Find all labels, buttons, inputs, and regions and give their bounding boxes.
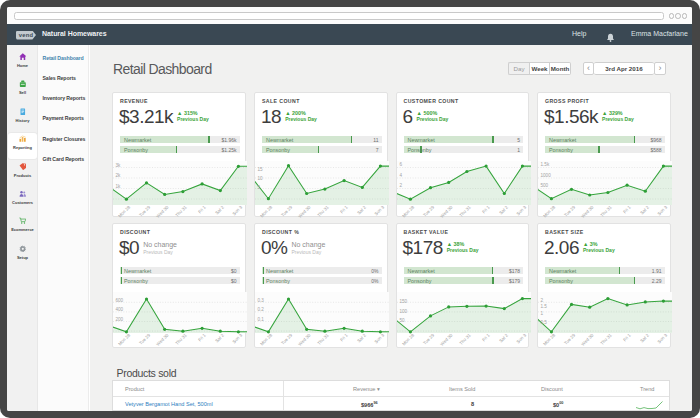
svg-text:Sat 2: Sat 2 <box>639 332 650 343</box>
svg-text:2: 2 <box>541 298 544 303</box>
svg-text:Sat 2: Sat 2 <box>498 332 509 343</box>
svg-text:1.5k: 1.5k <box>541 162 550 167</box>
svg-text:0.1: 0.1 <box>258 317 265 322</box>
svg-text:Tue 29: Tue 29 <box>422 332 435 345</box>
svg-text:4: 4 <box>399 173 402 178</box>
svg-text:Tue 29: Tue 29 <box>422 204 435 217</box>
svg-text:Tue 29: Tue 29 <box>280 332 293 345</box>
svg-text:Thu 31: Thu 31 <box>599 204 613 218</box>
svg-text:Wed 30: Wed 30 <box>297 204 312 218</box>
svg-text:Tue 29: Tue 29 <box>138 332 151 345</box>
svg-text:Tue 29: Tue 29 <box>563 332 576 345</box>
svg-text:Wed 30: Wed 30 <box>155 332 170 347</box>
svg-text:3k: 3k <box>116 163 122 168</box>
svg-text:Mon 28: Mon 28 <box>401 332 415 346</box>
svg-text:Fri 1: Fri 1 <box>339 332 349 342</box>
svg-text:1000: 1000 <box>541 173 552 178</box>
svg-text:1k: 1k <box>116 184 122 189</box>
svg-text:Mon 28: Mon 28 <box>401 204 415 218</box>
svg-text:Sat 2: Sat 2 <box>498 204 509 215</box>
svg-text:Sun 3: Sun 3 <box>373 332 385 344</box>
svg-text:10: 10 <box>258 176 264 181</box>
svg-text:Thu 31: Thu 31 <box>599 332 613 346</box>
svg-text:Sun 3: Sun 3 <box>373 204 385 216</box>
svg-text:Sat 2: Sat 2 <box>356 204 367 215</box>
svg-text:Thu 31: Thu 31 <box>316 204 330 218</box>
svg-text:Tue 29: Tue 29 <box>563 204 576 217</box>
svg-text:0.3: 0.3 <box>258 298 265 303</box>
svg-text:Fri 1: Fri 1 <box>197 332 207 342</box>
svg-text:Mon 28: Mon 28 <box>117 204 131 218</box>
svg-text:Mon 28: Mon 28 <box>117 332 131 346</box>
svg-text:600: 600 <box>116 298 124 303</box>
svg-text:Mon 28: Mon 28 <box>542 332 556 346</box>
svg-text:400: 400 <box>116 307 124 312</box>
svg-text:Sun 3: Sun 3 <box>231 332 243 344</box>
svg-text:Fri 1: Fri 1 <box>622 204 632 214</box>
svg-text:Wed 30: Wed 30 <box>155 204 170 218</box>
svg-text:Wed 30: Wed 30 <box>439 332 454 347</box>
svg-text:Mon 28: Mon 28 <box>259 332 273 346</box>
svg-text:Wed 30: Wed 30 <box>580 332 595 347</box>
svg-text:Sun 3: Sun 3 <box>656 332 668 344</box>
svg-text:Thu 31: Thu 31 <box>316 332 330 346</box>
svg-text:1: 1 <box>541 311 544 316</box>
svg-text:Sun 3: Sun 3 <box>656 204 668 216</box>
svg-text:Thu 31: Thu 31 <box>174 204 188 218</box>
svg-text:Mon 28: Mon 28 <box>259 204 273 218</box>
svg-text:Fri 1: Fri 1 <box>481 332 491 342</box>
svg-text:Fri 1: Fri 1 <box>197 204 207 214</box>
svg-text:100: 100 <box>399 309 407 314</box>
svg-text:Wed 30: Wed 30 <box>439 204 454 218</box>
svg-text:Mon 28: Mon 28 <box>542 204 556 218</box>
svg-text:200: 200 <box>116 317 124 322</box>
svg-text:500: 500 <box>541 183 549 188</box>
svg-text:Sat 2: Sat 2 <box>214 204 225 215</box>
svg-text:Sat 2: Sat 2 <box>639 204 650 215</box>
svg-text:150: 150 <box>399 299 407 304</box>
svg-text:2: 2 <box>399 183 402 188</box>
svg-text:Sun 3: Sun 3 <box>231 204 243 216</box>
svg-text:1.5: 1.5 <box>541 304 548 309</box>
svg-text:15: 15 <box>258 167 264 172</box>
svg-text:Tue 29: Tue 29 <box>138 204 151 217</box>
svg-text:Sun 3: Sun 3 <box>515 204 527 216</box>
svg-text:5: 5 <box>258 185 261 190</box>
svg-text:Sat 2: Sat 2 <box>356 332 367 343</box>
svg-text:Thu 31: Thu 31 <box>174 332 188 346</box>
svg-text:6: 6 <box>399 162 402 167</box>
svg-text:Fri 1: Fri 1 <box>622 332 632 342</box>
svg-text:Wed 30: Wed 30 <box>580 204 595 218</box>
svg-text:Tue 29: Tue 29 <box>280 204 293 217</box>
svg-text:Sun 3: Sun 3 <box>515 332 527 344</box>
svg-text:Fri 1: Fri 1 <box>339 204 349 214</box>
svg-text:Sat 2: Sat 2 <box>214 332 225 343</box>
svg-text:Thu 31: Thu 31 <box>458 332 472 346</box>
svg-text:2k: 2k <box>116 173 122 178</box>
svg-text:50: 50 <box>399 318 405 323</box>
svg-text:Fri 1: Fri 1 <box>481 204 491 214</box>
svg-text:0.5: 0.5 <box>541 320 548 325</box>
svg-text:Wed 30: Wed 30 <box>297 332 312 347</box>
svg-text:Thu 31: Thu 31 <box>458 204 472 218</box>
svg-text:0.2: 0.2 <box>258 307 265 312</box>
